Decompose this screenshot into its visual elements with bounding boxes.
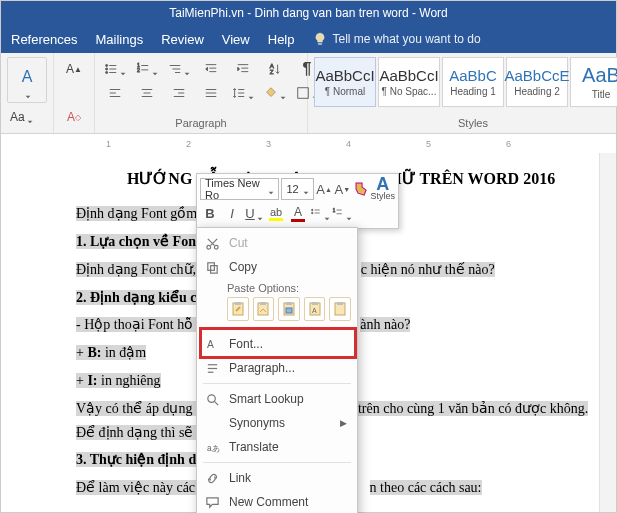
ctx-smart-lookup[interactable]: Smart Lookup (197, 387, 357, 411)
tab-references[interactable]: References (11, 32, 77, 47)
tab-help[interactable]: Help (268, 32, 295, 47)
text-line: Vậy có thể áp dụng đ (76, 401, 203, 416)
text-line: + I: in nghiêng (76, 373, 161, 388)
svg-rect-53 (286, 302, 292, 305)
text-line: 1. Lựa chọn về Font c (76, 234, 210, 249)
highlight-button[interactable]: ab (266, 203, 286, 223)
italic-button[interactable]: I (222, 203, 242, 223)
horizontal-ruler[interactable]: 1 2 3 4 5 6 (1, 134, 616, 155)
underline-button[interactable]: U (244, 203, 264, 223)
line-spacing-button[interactable] (229, 81, 257, 105)
style-title[interactable]: AaBTitle (570, 57, 617, 107)
tab-mailings[interactable]: Mailings (95, 32, 143, 47)
style-heading-2[interactable]: AaBbCcEHeading 2 (506, 57, 568, 107)
svg-rect-51 (260, 302, 266, 305)
grow-font-button[interactable]: A▲ (316, 179, 332, 199)
vertical-scrollbar[interactable] (599, 153, 616, 512)
paste-default[interactable] (329, 297, 351, 321)
svg-text:A: A (206, 339, 213, 350)
svg-text:1: 1 (333, 208, 336, 213)
font-icon: A (203, 335, 221, 353)
numbering-mini-button[interactable]: 1 (332, 203, 352, 223)
bullets-mini-button[interactable] (310, 203, 330, 223)
clear-formatting-button[interactable]: A◇ (60, 105, 88, 129)
font-size-combo[interactable]: 12 (281, 178, 314, 200)
svg-text:Z: Z (270, 68, 274, 75)
increase-indent-button[interactable] (229, 57, 257, 81)
justify-button[interactable] (197, 81, 225, 105)
mini-toolbar: Times New Ro 12 A▲ A▼ AStyles B I U ab A… (196, 173, 399, 229)
align-right-button[interactable] (165, 81, 193, 105)
bold-button[interactable]: B (200, 203, 220, 223)
svg-rect-56 (312, 302, 318, 305)
text-line: Để làm việc này các bạ (76, 480, 215, 495)
styles-button[interactable]: AStyles (370, 177, 395, 201)
ctx-copy[interactable]: Copy (197, 255, 357, 279)
blank-icon (203, 414, 221, 432)
svg-point-2 (106, 71, 108, 73)
svg-point-0 (106, 64, 108, 66)
paste-keep-source[interactable] (227, 297, 249, 321)
tell-me-label: Tell me what you want to do (333, 32, 481, 46)
translate-icon: aあ (203, 438, 221, 456)
numbering-button[interactable]: 12 (133, 57, 161, 81)
ctx-new-comment[interactable]: New Comment (197, 490, 357, 513)
sort-button[interactable]: AZ (261, 57, 289, 81)
chevron-right-icon: ▶ (340, 418, 347, 428)
decrease-indent-button[interactable] (197, 57, 225, 81)
paste-options-header: Paste Options: (197, 279, 357, 295)
ctx-paragraph[interactable]: Paragraph... (197, 356, 357, 380)
align-center-button[interactable] (133, 81, 161, 105)
svg-point-64 (207, 394, 215, 402)
text-line: 2. Định dạng kiểu ch (76, 290, 204, 305)
ctx-synonyms[interactable]: Synonyms ▶ (197, 411, 357, 435)
text-line: Định dạng Font gồm c (76, 206, 207, 221)
tab-review[interactable]: Review (161, 32, 204, 47)
svg-point-45 (214, 245, 218, 249)
format-painter-button[interactable] (352, 179, 368, 199)
tab-view[interactable]: View (222, 32, 250, 47)
font-name-combo[interactable]: Times New Ro (200, 178, 279, 200)
text-line: Định dạng Font chữ, c (76, 262, 206, 277)
ctx-link[interactable]: Link (197, 466, 357, 490)
shrink-font-button[interactable]: A▼ (334, 179, 350, 199)
increase-font-button[interactable]: A▲ (60, 57, 88, 81)
svg-rect-49 (235, 302, 241, 305)
svg-rect-36 (298, 88, 309, 99)
paste-text-only[interactable]: A (304, 297, 326, 321)
style-no-spacing[interactable]: AaBbCcI¶ No Spac... (378, 57, 440, 107)
context-menu: Cut Copy Paste Options: A A Font... Para… (196, 227, 358, 513)
ctx-cut[interactable]: Cut (197, 231, 357, 255)
copy-icon (203, 258, 221, 276)
bullets-button[interactable] (101, 57, 129, 81)
chevron-down-icon (25, 86, 31, 92)
ctx-font[interactable]: A Font... (197, 332, 357, 356)
svg-text:aあ: aあ (206, 443, 219, 453)
change-case-button[interactable]: Aa (7, 105, 36, 129)
style-set-button[interactable]: A (7, 57, 47, 103)
styles-group-label: Styles (314, 114, 617, 129)
paste-merge[interactable] (253, 297, 275, 321)
style-heading-1[interactable]: AaBbCHeading 1 (442, 57, 504, 107)
svg-rect-59 (337, 302, 343, 305)
ribbon: A Aa A▲ A◇ 12 AZ ¶ (1, 53, 616, 134)
align-left-button[interactable] (101, 81, 129, 105)
paste-options-row: A (197, 295, 357, 325)
ribbon-tabs: References Mailings Review View Help Tel… (1, 25, 616, 53)
font-color-button[interactable]: A (288, 203, 308, 223)
link-icon (203, 469, 221, 487)
search-icon (203, 390, 221, 408)
ctx-translate[interactable]: aあ Translate (197, 435, 357, 459)
tell-me-search[interactable]: Tell me what you want to do (313, 32, 481, 46)
shading-button[interactable] (261, 81, 289, 105)
lightbulb-icon (313, 32, 327, 46)
svg-rect-54 (286, 308, 292, 313)
style-normal[interactable]: AaBbCcI¶ Normal (314, 57, 376, 107)
styles-gallery[interactable]: AaBbCcI¶ Normal AaBbCcI¶ No Spac... AaBb… (314, 57, 617, 107)
window-title: TaiMienPhi.vn - Dinh dang van ban tren w… (1, 1, 616, 25)
paragraph-icon (203, 359, 221, 377)
paste-picture[interactable] (278, 297, 300, 321)
comment-icon (203, 493, 221, 511)
multilevel-list-button[interactable] (165, 57, 193, 81)
svg-point-1 (106, 68, 108, 70)
